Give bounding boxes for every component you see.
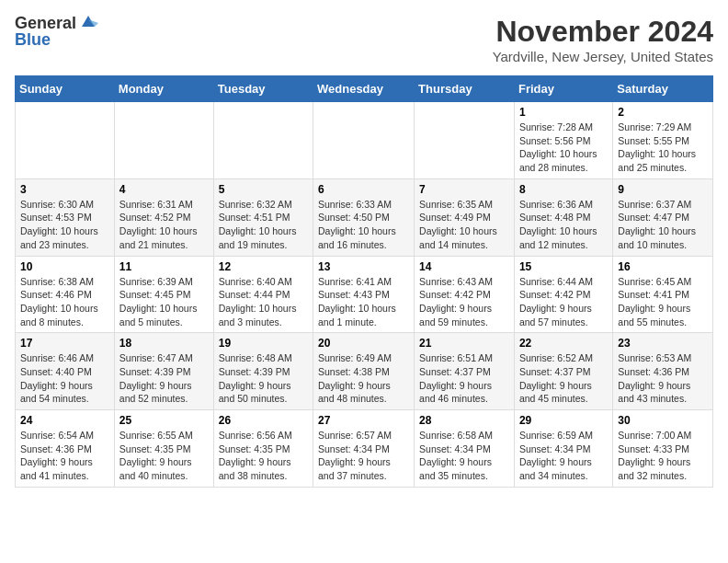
day-info: Sunrise: 6:47 AM Sunset: 4:39 PM Dayligh… — [119, 351, 209, 406]
day-info: Sunrise: 6:54 AM Sunset: 4:36 PM Dayligh… — [20, 429, 109, 483]
calendar-cell: 3Sunrise: 6:30 AM Sunset: 4:53 PM Daylig… — [16, 178, 115, 256]
day-number: 29 — [519, 414, 608, 427]
day-number: 24 — [20, 414, 109, 427]
weekday-header: Sunday — [16, 76, 115, 102]
logo-blue-text: Blue — [15, 31, 51, 48]
weekday-header: Tuesday — [213, 76, 313, 102]
day-info: Sunrise: 6:52 AM Sunset: 4:37 PM Dayligh… — [519, 351, 608, 406]
weekday-header: Wednesday — [313, 76, 415, 102]
day-info: Sunrise: 6:49 AM Sunset: 4:38 PM Dayligh… — [318, 351, 409, 406]
day-info: Sunrise: 7:28 AM Sunset: 5:56 PM Dayligh… — [519, 121, 608, 175]
day-info: Sunrise: 6:40 AM Sunset: 4:44 PM Dayligh… — [219, 275, 308, 329]
day-number: 25 — [119, 414, 209, 427]
day-info: Sunrise: 6:41 AM Sunset: 4:43 PM Dayligh… — [318, 275, 409, 329]
day-number: 20 — [318, 337, 409, 350]
calendar-cell: 21Sunrise: 6:51 AM Sunset: 4:37 PM Dayli… — [415, 333, 515, 410]
day-number: 26 — [219, 414, 308, 427]
calendar-cell: 29Sunrise: 6:59 AM Sunset: 4:34 PM Dayli… — [514, 410, 612, 488]
calendar-week-row: 24Sunrise: 6:54 AM Sunset: 4:36 PM Dayli… — [16, 410, 713, 488]
calendar-header: SundayMondayTuesdayWednesdayThursdayFrid… — [16, 76, 713, 102]
calendar-cell — [313, 102, 415, 179]
day-number: 18 — [119, 337, 209, 350]
weekday-header: Monday — [114, 76, 213, 102]
day-number: 9 — [618, 183, 708, 196]
calendar-cell: 7Sunrise: 6:35 AM Sunset: 4:49 PM Daylig… — [415, 178, 515, 256]
calendar-body: 1Sunrise: 7:28 AM Sunset: 5:56 PM Daylig… — [16, 102, 713, 488]
day-info: Sunrise: 6:31 AM Sunset: 4:52 PM Dayligh… — [119, 198, 209, 252]
day-info: Sunrise: 6:57 AM Sunset: 4:34 PM Dayligh… — [318, 429, 409, 483]
calendar-cell: 14Sunrise: 6:43 AM Sunset: 4:42 PM Dayli… — [415, 256, 515, 333]
calendar-cell: 17Sunrise: 6:46 AM Sunset: 4:40 PM Dayli… — [16, 333, 115, 410]
calendar-cell: 4Sunrise: 6:31 AM Sunset: 4:52 PM Daylig… — [114, 178, 213, 256]
calendar-cell: 10Sunrise: 6:38 AM Sunset: 4:46 PM Dayli… — [16, 256, 115, 333]
day-info: Sunrise: 6:37 AM Sunset: 4:47 PM Dayligh… — [618, 198, 708, 252]
day-info: Sunrise: 6:55 AM Sunset: 4:35 PM Dayligh… — [119, 429, 209, 483]
calendar-cell: 19Sunrise: 6:48 AM Sunset: 4:39 PM Dayli… — [213, 333, 313, 410]
weekday-header: Friday — [514, 76, 612, 102]
day-number: 22 — [519, 337, 608, 350]
day-number: 15 — [519, 260, 608, 273]
day-number: 28 — [419, 414, 509, 427]
day-number: 10 — [20, 260, 109, 273]
logo-general-text: General — [15, 15, 76, 31]
day-info: Sunrise: 6:45 AM Sunset: 4:41 PM Dayligh… — [618, 275, 708, 329]
day-number: 8 — [519, 183, 608, 196]
day-number: 23 — [618, 337, 708, 350]
title-area: November 2024 Yardville, New Jersey, Uni… — [493, 15, 713, 64]
day-number: 5 — [219, 183, 308, 196]
day-info: Sunrise: 6:35 AM Sunset: 4:49 PM Dayligh… — [419, 198, 509, 252]
calendar-week-row: 17Sunrise: 6:46 AM Sunset: 4:40 PM Dayli… — [16, 333, 713, 410]
calendar-cell: 9Sunrise: 6:37 AM Sunset: 4:47 PM Daylig… — [613, 178, 713, 256]
day-info: Sunrise: 6:58 AM Sunset: 4:34 PM Dayligh… — [419, 429, 509, 483]
calendar-cell: 5Sunrise: 6:32 AM Sunset: 4:51 PM Daylig… — [213, 178, 313, 256]
day-info: Sunrise: 6:38 AM Sunset: 4:46 PM Dayligh… — [20, 275, 109, 329]
day-number: 2 — [618, 106, 708, 119]
calendar-cell — [114, 102, 213, 179]
day-number: 4 — [119, 183, 209, 196]
day-info: Sunrise: 6:46 AM Sunset: 4:40 PM Dayligh… — [20, 351, 109, 406]
calendar-cell: 23Sunrise: 6:53 AM Sunset: 4:36 PM Dayli… — [613, 333, 713, 410]
day-info: Sunrise: 6:32 AM Sunset: 4:51 PM Dayligh… — [219, 198, 308, 252]
day-number: 16 — [618, 260, 708, 273]
calendar-cell — [213, 102, 313, 179]
calendar-cell: 6Sunrise: 6:33 AM Sunset: 4:50 PM Daylig… — [313, 178, 415, 256]
logo-icon — [78, 14, 98, 30]
logo: General Blue — [15, 15, 98, 48]
day-info: Sunrise: 7:29 AM Sunset: 5:55 PM Dayligh… — [618, 121, 708, 175]
day-number: 21 — [419, 337, 509, 350]
calendar-cell: 2Sunrise: 7:29 AM Sunset: 5:55 PM Daylig… — [613, 102, 713, 179]
weekday-header: Saturday — [613, 76, 713, 102]
day-number: 6 — [318, 183, 409, 196]
day-number: 27 — [318, 414, 409, 427]
day-info: Sunrise: 6:39 AM Sunset: 4:45 PM Dayligh… — [119, 275, 209, 329]
day-number: 3 — [20, 183, 109, 196]
calendar-cell: 8Sunrise: 6:36 AM Sunset: 4:48 PM Daylig… — [514, 178, 612, 256]
day-info: Sunrise: 6:36 AM Sunset: 4:48 PM Dayligh… — [519, 198, 608, 252]
day-number: 30 — [618, 414, 708, 427]
weekday-header: Thursday — [415, 76, 515, 102]
day-number: 17 — [20, 337, 109, 350]
calendar-week-row: 10Sunrise: 6:38 AM Sunset: 4:46 PM Dayli… — [16, 256, 713, 333]
calendar-cell: 22Sunrise: 6:52 AM Sunset: 4:37 PM Dayli… — [514, 333, 612, 410]
calendar-cell — [16, 102, 115, 179]
calendar-cell: 25Sunrise: 6:55 AM Sunset: 4:35 PM Dayli… — [114, 410, 213, 488]
day-info: Sunrise: 6:33 AM Sunset: 4:50 PM Dayligh… — [318, 198, 409, 252]
day-number: 13 — [318, 260, 409, 273]
calendar-cell: 11Sunrise: 6:39 AM Sunset: 4:45 PM Dayli… — [114, 256, 213, 333]
day-info: Sunrise: 7:00 AM Sunset: 4:33 PM Dayligh… — [618, 429, 708, 483]
location: Yardville, New Jersey, United States — [493, 49, 713, 64]
calendar-cell: 27Sunrise: 6:57 AM Sunset: 4:34 PM Dayli… — [313, 410, 415, 488]
day-number: 14 — [419, 260, 509, 273]
calendar-table: SundayMondayTuesdayWednesdayThursdayFrid… — [15, 75, 713, 488]
calendar-cell: 15Sunrise: 6:44 AM Sunset: 4:42 PM Dayli… — [514, 256, 612, 333]
day-info: Sunrise: 6:56 AM Sunset: 4:35 PM Dayligh… — [219, 429, 308, 483]
day-info: Sunrise: 6:53 AM Sunset: 4:36 PM Dayligh… — [618, 351, 708, 406]
day-info: Sunrise: 6:51 AM Sunset: 4:37 PM Dayligh… — [419, 351, 509, 406]
day-number: 19 — [219, 337, 308, 350]
header: General Blue November 2024 Yardville, Ne… — [15, 15, 713, 64]
calendar-cell: 30Sunrise: 7:00 AM Sunset: 4:33 PM Dayli… — [613, 410, 713, 488]
calendar-cell: 12Sunrise: 6:40 AM Sunset: 4:44 PM Dayli… — [213, 256, 313, 333]
day-info: Sunrise: 6:43 AM Sunset: 4:42 PM Dayligh… — [419, 275, 509, 329]
calendar-cell: 24Sunrise: 6:54 AM Sunset: 4:36 PM Dayli… — [16, 410, 115, 488]
day-info: Sunrise: 6:30 AM Sunset: 4:53 PM Dayligh… — [20, 198, 109, 252]
